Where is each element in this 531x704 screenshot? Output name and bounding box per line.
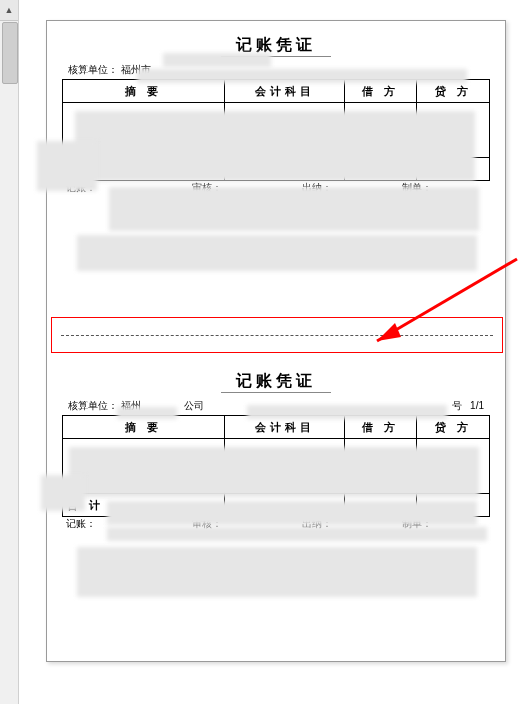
censor-block — [137, 69, 467, 83]
page-preview-area: 记账凭证 核算单位： 福州市 摘 要 会计科目 借 方 贷 方 — [26, 0, 524, 704]
annotation-highlight-box — [51, 317, 503, 353]
censor-block — [77, 547, 477, 597]
censor-block — [37, 141, 97, 191]
org-suffix: 公司 — [184, 400, 204, 411]
paper-sheet: 记账凭证 核算单位： 福州市 摘 要 会计科目 借 方 贷 方 — [46, 20, 506, 662]
org-label: 核算单位： — [68, 400, 118, 411]
censor-block — [75, 111, 475, 181]
censor-block — [77, 235, 477, 271]
vertical-scrollbar[interactable]: ▲ — [0, 0, 19, 704]
censor-block — [107, 501, 477, 525]
censor-block — [163, 53, 271, 67]
censor-block — [69, 447, 479, 497]
chevron-up-icon: ▲ — [5, 5, 14, 15]
footer-recorder: 记账： — [66, 517, 96, 531]
censor-block — [247, 405, 447, 419]
seq-and-page: 号 1/1 — [452, 399, 484, 413]
scroll-thumb[interactable] — [2, 22, 18, 84]
scroll-up-button[interactable]: ▲ — [0, 0, 18, 21]
censor-block — [41, 475, 85, 511]
page-indicator: 1/1 — [470, 400, 484, 411]
censor-block — [109, 187, 479, 231]
org-label: 核算单位： — [68, 64, 118, 75]
seq-suffix: 号 — [452, 400, 462, 411]
title-underline — [221, 392, 331, 393]
viewport: ▲ 记账凭证 核算单位： 福州市 摘 要 会计科目 借 方 贷 方 — [0, 0, 531, 704]
voucher-title: 记账凭证 — [62, 33, 490, 56]
censor-block — [117, 407, 177, 419]
censor-block — [107, 527, 487, 541]
voucher-title: 记账凭证 — [62, 369, 490, 392]
